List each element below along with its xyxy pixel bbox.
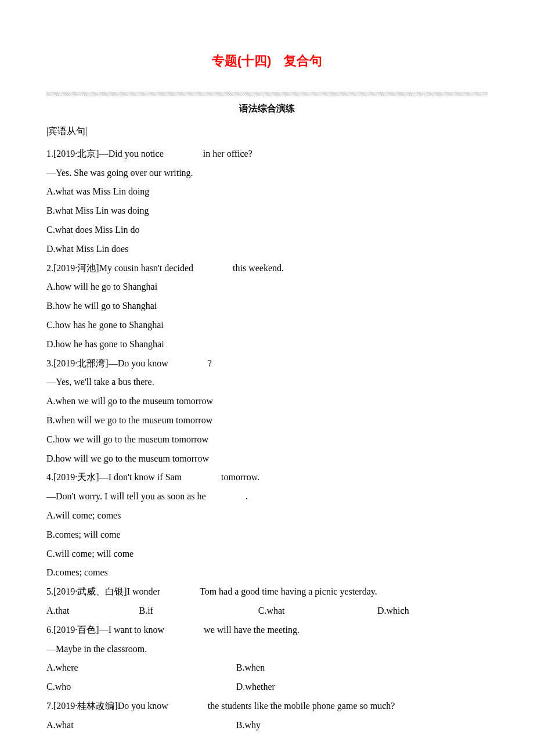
section-heading: |宾语从句| [46, 122, 488, 141]
q1-option-c: C.what does Miss Lin do [46, 221, 488, 240]
q1-option-d: D.what Miss Lin does [46, 240, 488, 259]
q4-option-d: D.comes; comes [46, 563, 488, 582]
q2-option-d: D.how he has gone to Shanghai [46, 335, 488, 354]
q1-option-b: B.what Miss Lin was doing [46, 201, 488, 221]
q7-stem: 7.[2019·桂林改编]Do you know the students li… [46, 697, 488, 716]
q5-options: A.that B.if C.what D.which [46, 602, 488, 621]
q5-stem: 5.[2019·武威、白银]I wonder Tom had a good ti… [46, 582, 488, 602]
q2-option-a: A.how will he go to Shanghai [46, 278, 488, 297]
q4-option-a: A.will come; comes [46, 506, 488, 525]
q6-options-row1: A.where B.when [46, 658, 488, 678]
q1-stem: 1.[2019·北京]—Did you notice in her office… [46, 145, 488, 164]
subtitle: 语法综合演练 [46, 103, 488, 115]
q2-option-c: C.how has he gone to Shanghai [46, 316, 488, 335]
q3-response: —Yes, we'll take a bus there. [46, 373, 488, 392]
q3-option-c: C.how we will go to the museum tomorrow [46, 430, 488, 449]
q6-options-row2: C.who D.whether [46, 678, 488, 697]
q1-option-a: A.what was Miss Lin doing [46, 182, 488, 201]
q6-option-c: C.who [46, 678, 236, 697]
q6-stem: 6.[2019·百色]—I want to know we will have … [46, 621, 488, 640]
q3-option-b: B.when will we go to the museum tomorrow [46, 411, 488, 430]
q4-stem: 4.[2019·天水]—I don't know if Sam tomorrow… [46, 468, 488, 487]
divider [46, 92, 488, 96]
q3-option-d: D.how will we go to the museum tomorrow [46, 449, 488, 469]
q7-option-a: A.what [46, 716, 236, 735]
q6-response: —Maybe in the classroom. [46, 640, 488, 659]
q6-option-a: A.where [46, 658, 236, 678]
q7-options-row1: A.what B.why [46, 716, 488, 735]
q3-option-a: A.when we will go to the museum tomorrow [46, 392, 488, 411]
q4-option-c: C.will come; will come [46, 545, 488, 564]
q5-option-a: A.that [46, 602, 139, 621]
q2-option-b: B.how he will go to Shanghai [46, 297, 488, 316]
q5-option-c: C.what [258, 602, 377, 621]
page-title: 专题(十四) 复合句 [46, 52, 488, 70]
q4-response: —Don't worry. I will tell you as soon as… [46, 487, 488, 506]
q5-option-d: D.which [377, 602, 488, 621]
q6-option-b: B.when [236, 658, 488, 678]
q1-response: —Yes. She was going over our writing. [46, 164, 488, 183]
q7-option-b: B.why [236, 716, 488, 735]
q2-stem: 2.[2019·河池]My cousin hasn't decided this… [46, 259, 488, 278]
q3-stem: 3.[2019·北部湾]—Do you know ? [46, 354, 488, 373]
q4-option-b: B.comes; will come [46, 525, 488, 545]
q6-option-d: D.whether [236, 678, 488, 697]
q5-option-b: B.if [139, 602, 258, 621]
